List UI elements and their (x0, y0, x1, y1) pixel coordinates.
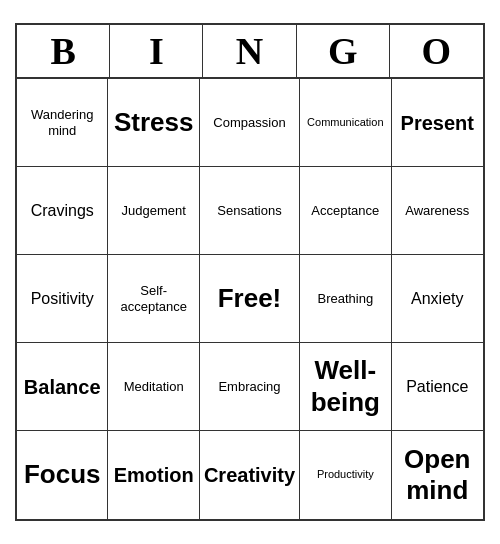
header-letter: N (203, 25, 296, 77)
bingo-cell: Communication (300, 79, 391, 167)
bingo-cell: Sensations (200, 167, 300, 255)
bingo-header: BINGO (17, 25, 483, 79)
cell-text: Stress (114, 107, 194, 138)
cell-text: Well-being (304, 355, 386, 417)
bingo-cell: Breathing (300, 255, 391, 343)
cell-text: Present (401, 111, 474, 135)
cell-text: Awareness (405, 203, 469, 219)
bingo-cell: Balance (17, 343, 108, 431)
bingo-cell: Stress (108, 79, 199, 167)
cell-text: Judgement (122, 203, 186, 219)
bingo-cell: Awareness (392, 167, 483, 255)
header-letter: G (297, 25, 390, 77)
header-letter: O (390, 25, 483, 77)
bingo-cell: Productivity (300, 431, 391, 519)
bingo-cell: Compassion (200, 79, 300, 167)
cell-text: Wandering mind (21, 107, 103, 138)
cell-text: Sensations (217, 203, 281, 219)
bingo-cell: Emotion (108, 431, 199, 519)
bingo-cell: Cravings (17, 167, 108, 255)
bingo-cell: Open mind (392, 431, 483, 519)
cell-text: Compassion (213, 115, 285, 131)
bingo-cell: Creativity (200, 431, 300, 519)
cell-text: Open mind (396, 444, 479, 506)
cell-text: Positivity (31, 289, 94, 308)
cell-text: Balance (24, 375, 101, 399)
cell-text: Free! (218, 283, 282, 314)
bingo-cell: Present (392, 79, 483, 167)
header-letter: B (17, 25, 110, 77)
bingo-cell: Acceptance (300, 167, 391, 255)
cell-text: Communication (307, 116, 383, 129)
bingo-cell: Judgement (108, 167, 199, 255)
cell-text: Emotion (114, 463, 194, 487)
bingo-cell: Focus (17, 431, 108, 519)
bingo-cell: Patience (392, 343, 483, 431)
cell-text: Embracing (218, 379, 280, 395)
cell-text: Productivity (317, 468, 374, 481)
cell-text: Focus (24, 459, 101, 490)
cell-text: Acceptance (311, 203, 379, 219)
bingo-grid: Wandering mindStressCompassionCommunicat… (17, 79, 483, 519)
cell-text: Meditation (124, 379, 184, 395)
bingo-cell: Meditation (108, 343, 199, 431)
bingo-cell: Free! (200, 255, 300, 343)
header-letter: I (110, 25, 203, 77)
cell-text: Anxiety (411, 289, 463, 308)
bingo-cell: Anxiety (392, 255, 483, 343)
bingo-cell: Well-being (300, 343, 391, 431)
bingo-cell: Positivity (17, 255, 108, 343)
cell-text: Creativity (204, 463, 295, 487)
bingo-cell: Embracing (200, 343, 300, 431)
bingo-cell: Wandering mind (17, 79, 108, 167)
bingo-card: BINGO Wandering mindStressCompassionComm… (15, 23, 485, 521)
cell-text: Self-acceptance (112, 283, 194, 314)
cell-text: Patience (406, 377, 468, 396)
bingo-cell: Self-acceptance (108, 255, 199, 343)
cell-text: Cravings (31, 201, 94, 220)
cell-text: Breathing (317, 291, 373, 307)
